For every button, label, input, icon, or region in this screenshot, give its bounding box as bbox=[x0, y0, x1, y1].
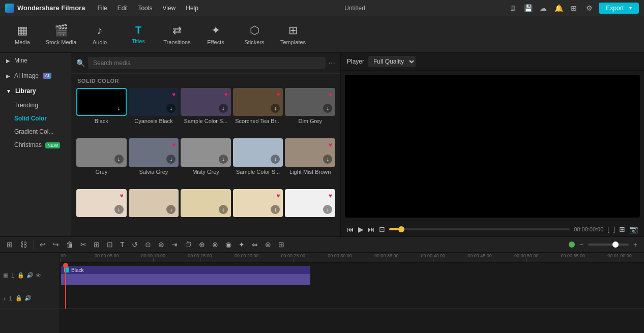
color-card-sample-color-s1[interactable]: ♥↓Sample Color S... bbox=[181, 88, 231, 136]
timer-icon[interactable]: ⏱ bbox=[182, 239, 194, 250]
color-card-color-r2[interactable]: ↓ bbox=[129, 189, 179, 231]
download-icon-salvia-grey[interactable]: ↓ bbox=[166, 155, 175, 164]
menu-file[interactable]: File bbox=[93, 4, 111, 13]
sidebar-item-gradient[interactable]: Gradient Col... bbox=[0, 125, 71, 138]
monitor-icon[interactable]: 🖥 bbox=[507, 3, 518, 14]
tool-stickers[interactable]: ⬡ Stickers bbox=[236, 18, 273, 51]
download-icon-misty-grey[interactable]: ↓ bbox=[219, 155, 228, 164]
grid-icon[interactable]: ⊞ bbox=[568, 3, 579, 14]
pan-zoom-icon[interactable]: ⊜ bbox=[262, 239, 274, 250]
aspect-ratio-button[interactable]: ⊞ bbox=[619, 225, 625, 233]
color-card-salvia-grey[interactable]: ♥↓Salvia Grey bbox=[129, 138, 179, 187]
player-timeline[interactable] bbox=[389, 228, 570, 230]
tool-media[interactable]: ▦ Media bbox=[4, 18, 41, 51]
download-icon-sample-color-s2[interactable]: ↓ bbox=[271, 155, 280, 164]
export-button[interactable]: Export ▾ bbox=[599, 3, 639, 14]
color-card-color-r3[interactable]: ↓ bbox=[181, 189, 231, 231]
sidebar-item-trending[interactable]: Trending bbox=[0, 99, 71, 112]
save-icon[interactable]: 💾 bbox=[522, 3, 534, 14]
tool-audio[interactable]: ♪ Audio bbox=[81, 18, 118, 51]
delete-icon[interactable]: 🗑 bbox=[64, 239, 76, 250]
sidebar-item-ai-image[interactable]: ▶ AI Image AI bbox=[0, 68, 71, 83]
audio-volume-icon[interactable]: 🔊 bbox=[24, 295, 32, 301]
sidebar-item-christmas[interactable]: Christmas NEW bbox=[0, 138, 71, 152]
menu-view[interactable]: View bbox=[158, 4, 180, 13]
speed-icon[interactable]: ⇥ bbox=[169, 239, 180, 250]
screenshot-button[interactable]: 📷 bbox=[629, 225, 638, 233]
stabilize-icon[interactable]: ⊛ bbox=[156, 239, 167, 250]
freeze-frame-icon[interactable]: ⊞ bbox=[276, 239, 287, 250]
color-card-light-mist-brown[interactable]: ♥↓Light Mist Brown bbox=[285, 138, 335, 187]
mask-icon[interactable]: ◉ bbox=[223, 239, 234, 250]
add-media-icon[interactable]: ⊞ bbox=[4, 239, 15, 250]
color-card-color-r1[interactable]: ♥↓ bbox=[76, 189, 127, 231]
tool-effects[interactable]: ✦ Effects bbox=[197, 18, 234, 51]
play-button[interactable]: ▶ bbox=[358, 225, 364, 233]
cut-icon[interactable]: ✂ bbox=[78, 239, 89, 250]
color-card-black[interactable]: ↓Black bbox=[76, 88, 127, 136]
track-eye-icon[interactable]: 👁 bbox=[36, 273, 41, 279]
sidebar-item-solid-color[interactable]: Solid Color bbox=[0, 112, 71, 125]
menu-tools[interactable]: Tools bbox=[134, 4, 156, 13]
track-volume-icon[interactable]: 🔊 bbox=[26, 272, 34, 279]
color-card-color-r5[interactable]: ♥↓ bbox=[285, 189, 335, 231]
color-card-dim-grey[interactable]: ♥↓Dim Grey bbox=[285, 88, 335, 136]
motion-track-icon[interactable]: ⇔ bbox=[249, 239, 260, 250]
tool-transitions[interactable]: ⇄ Transitions bbox=[159, 18, 195, 51]
download-icon-cyanosis-black[interactable]: ↓ bbox=[166, 104, 175, 113]
zoom-slider[interactable] bbox=[588, 244, 629, 246]
zoom-out-icon[interactable]: − bbox=[577, 239, 586, 250]
download-cloud-icon[interactable]: ☁ bbox=[538, 3, 549, 14]
color-card-grey[interactable]: ↓Grey bbox=[76, 138, 127, 187]
download-icon-black[interactable]: ↓ bbox=[114, 104, 124, 113]
search-input[interactable] bbox=[88, 57, 326, 69]
sidebar-item-mine[interactable]: ▶ Mine bbox=[0, 53, 71, 68]
undo-icon[interactable]: ↩ bbox=[37, 239, 48, 250]
menu-help[interactable]: Help bbox=[182, 4, 202, 13]
rotate-icon[interactable]: ↺ bbox=[129, 239, 140, 250]
text-icon[interactable]: T bbox=[118, 239, 127, 250]
tool-stock-media[interactable]: 🎬 Stock Media bbox=[43, 18, 79, 51]
color-match-icon[interactable]: ⊙ bbox=[142, 239, 154, 250]
crop-icon[interactable]: ⊞ bbox=[91, 239, 102, 250]
fullscreen-button[interactable]: ⊡ bbox=[379, 225, 385, 233]
download-icon-grey[interactable]: ↓ bbox=[114, 155, 124, 164]
tool-templates[interactable]: ⊞ Templates bbox=[275, 18, 311, 51]
add-track-icon[interactable]: ⊕ bbox=[196, 239, 208, 250]
download-icon-color-r1[interactable]: ↓ bbox=[114, 205, 124, 214]
tool-titles[interactable]: T Titles bbox=[120, 18, 157, 51]
download-icon-color-r5[interactable]: ↓ bbox=[323, 205, 332, 214]
download-icon-color-r2[interactable]: ↓ bbox=[166, 205, 175, 214]
color-card-color-r4[interactable]: ♥↓ bbox=[233, 189, 283, 231]
bell-icon[interactable]: 🔔 bbox=[553, 3, 564, 14]
color-card-cyanosis-black[interactable]: ♥↓Cyanosis Black bbox=[129, 88, 179, 136]
more-options-icon[interactable]: ··· bbox=[329, 58, 335, 68]
download-icon-dim-grey[interactable]: ↓ bbox=[323, 104, 332, 113]
menu-edit[interactable]: Edit bbox=[113, 4, 132, 13]
settings-icon[interactable]: ⚙ bbox=[583, 3, 595, 14]
color-card-scorched-tea-br[interactable]: ♥↓Scorched Tea Br... bbox=[233, 88, 283, 136]
step-back-button[interactable]: ⏮ bbox=[347, 225, 354, 233]
audio-lock-icon[interactable]: 🔒 bbox=[15, 295, 22, 301]
zoom-in-icon[interactable]: + bbox=[631, 239, 640, 250]
track-clip-black[interactable]: Black bbox=[61, 266, 310, 285]
quality-select[interactable]: Full Quality bbox=[368, 56, 416, 67]
download-icon-color-r3[interactable]: ↓ bbox=[219, 205, 228, 214]
redo-icon[interactable]: ↪ bbox=[50, 239, 62, 250]
split-icon[interactable]: ⊡ bbox=[104, 239, 115, 250]
color-card-sample-color-s2[interactable]: ↓Sample Color S... bbox=[233, 138, 283, 187]
pip-icon[interactable]: ⊗ bbox=[210, 239, 221, 250]
step-forward-button[interactable]: ⏭ bbox=[368, 225, 375, 233]
track-lock-icon[interactable]: 🔒 bbox=[17, 272, 24, 279]
download-icon-sample-color-s1[interactable]: ↓ bbox=[219, 104, 228, 113]
download-icon-color-r4[interactable]: ↓ bbox=[271, 205, 280, 214]
sidebar-item-library[interactable]: ▼ Library bbox=[0, 83, 71, 99]
download-icon-scorched-tea-br[interactable]: ↓ bbox=[271, 104, 280, 113]
export-dropdown-arrow[interactable]: ▾ bbox=[626, 5, 632, 11]
color-card-misty-grey[interactable]: ↓Misty Grey bbox=[181, 138, 231, 187]
ai-remove-icon[interactable]: ✦ bbox=[236, 239, 247, 250]
link-icon[interactable]: ⛓ bbox=[17, 239, 30, 250]
timeline-content[interactable]: 00:0000:00:05:0000:00:10:0000:00:15:0000… bbox=[60, 253, 644, 333]
bracket-left-icon[interactable]: [ bbox=[607, 226, 609, 233]
bracket-right-icon[interactable]: ] bbox=[613, 226, 615, 233]
